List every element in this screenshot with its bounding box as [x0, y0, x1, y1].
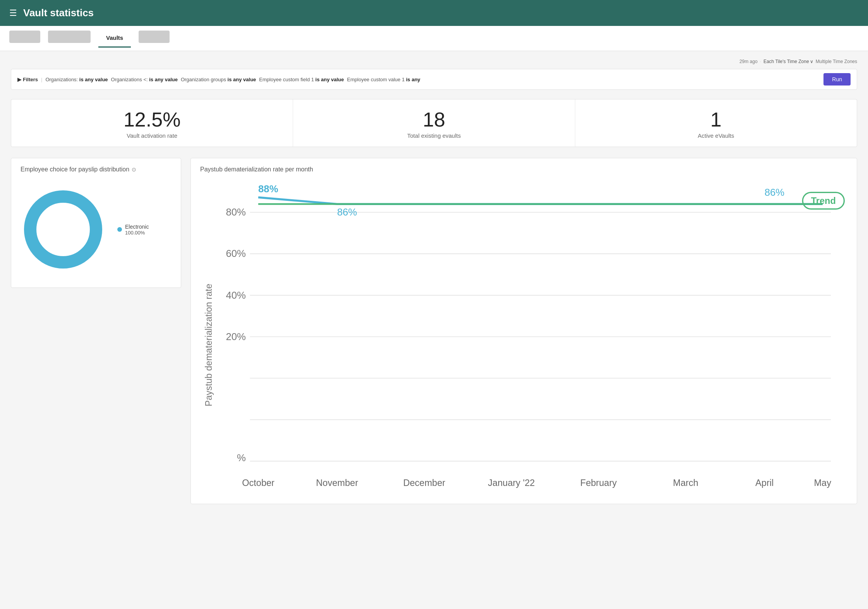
svg-text:86%: 86%	[765, 187, 784, 198]
svg-text:November: November	[316, 478, 358, 488]
svg-text:March: March	[673, 478, 698, 488]
filters-toggle[interactable]: ▶ Filters	[17, 77, 38, 82]
main-content: 29m ago · Each Tile's Time Zone ∨ Multip…	[0, 51, 868, 609]
line-chart-container: Paystub dematerialization rate 80% 60% 4…	[200, 179, 847, 496]
stat-label-total: Total existing evaults	[299, 132, 568, 139]
legend-label-electronic: Electronic	[125, 224, 149, 230]
svg-text:88%: 88%	[258, 183, 278, 194]
svg-text:December: December	[403, 478, 445, 488]
stat-activation-rate: 12.5% Vault activation rate	[11, 99, 293, 147]
menu-icon[interactable]: ☰	[9, 8, 17, 18]
svg-text:%: %	[237, 452, 246, 463]
legend-value-electronic: 100.00%	[125, 230, 149, 236]
pie-container: Electronic 100.00%	[21, 179, 172, 280]
legend-dot-electronic	[117, 227, 122, 232]
tab-placeholder-2[interactable]	[48, 31, 91, 43]
line-chart-title: Paystub dematerialization rate per month	[200, 166, 847, 173]
svg-point-0	[30, 197, 96, 262]
svg-text:January '22: January '22	[488, 478, 535, 488]
svg-text:October: October	[242, 478, 274, 488]
svg-text:40%: 40%	[226, 290, 245, 301]
svg-text:20%: 20%	[226, 331, 245, 342]
svg-text:February: February	[580, 478, 617, 488]
clock-icon: ⊙	[132, 166, 136, 173]
timezone-label: Each Tile's Time Zone	[763, 59, 809, 64]
svg-text:Paystub dematerialization rate: Paystub dematerialization rate	[204, 284, 214, 406]
tab-vaults[interactable]: Vaults	[98, 29, 131, 48]
app-header: ☰ Vault statistics	[0, 0, 868, 26]
pie-chart-title: Employee choice for payslip distribution…	[21, 166, 172, 173]
run-button[interactable]: Run	[823, 73, 851, 86]
filter-arrow-icon: ▶	[17, 77, 21, 82]
filter-emp-custom-field: Employee custom field 1 is any value	[259, 77, 344, 82]
page-title: Vault statistics	[23, 7, 94, 19]
stats-row: 12.5% Vault activation rate 18 Total exi…	[11, 99, 857, 147]
timezone-zones: Multiple Time Zones	[816, 59, 857, 64]
filter-org-groups: Organization groups is any value	[181, 77, 256, 82]
tab-placeholder-1[interactable]	[9, 31, 40, 43]
stat-label-activation: Vault activation rate	[17, 132, 286, 139]
svg-text:86%: 86%	[337, 207, 357, 218]
legend-item-electronic: Electronic 100.00%	[117, 224, 149, 236]
pie-chart-section: Employee choice for payslip distribution…	[11, 158, 181, 288]
stat-value-activation: 12.5%	[17, 109, 286, 131]
line-chart-svg: Paystub dematerialization rate 80% 60% 4…	[200, 179, 847, 494]
stat-value-active: 1	[582, 109, 851, 131]
donut-chart	[21, 187, 106, 272]
timezone-selector[interactable]: Each Tile's Time Zone ∨	[763, 59, 813, 64]
stat-active-evaults: 1 Active eVaults	[575, 99, 857, 147]
filter-emp-custom-value: Employee custom value 1 is any	[347, 77, 420, 82]
line-chart-section: Paystub dematerialization rate per month…	[190, 158, 857, 504]
charts-row: Employee choice for payslip distribution…	[11, 158, 857, 504]
filter-organizations: Organizations: is any value	[45, 77, 108, 82]
stat-label-active: Active eVaults	[582, 132, 851, 139]
chevron-down-icon: ∨	[810, 59, 813, 64]
filters-bar: ▶ Filters | Organizations: is any value …	[11, 69, 857, 90]
svg-text:May: May	[814, 478, 831, 488]
svg-text:60%: 60%	[226, 248, 245, 259]
stat-total-evaults: 18 Total existing evaults	[293, 99, 575, 147]
filters-label: Filters	[23, 77, 38, 82]
svg-text:80%: 80%	[226, 207, 245, 218]
filter-organizations-lt: Organizations <: is any value	[111, 77, 178, 82]
pie-legend: Electronic 100.00%	[117, 224, 149, 236]
tab-bar: Vaults	[0, 26, 868, 51]
tab-placeholder-4[interactable]	[139, 31, 170, 43]
svg-text:Trend: Trend	[811, 196, 836, 206]
svg-text:April: April	[755, 478, 774, 488]
time-ago: 29m ago	[739, 59, 758, 64]
stat-value-total: 18	[299, 109, 568, 131]
timezone-bar: 29m ago · Each Tile's Time Zone ∨ Multip…	[11, 59, 857, 64]
